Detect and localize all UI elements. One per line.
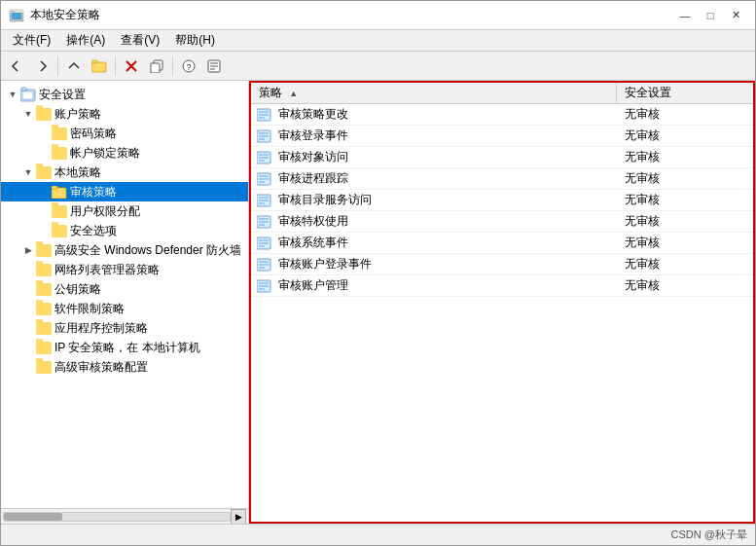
table-row[interactable]: 审核账户登录事件 无审核 xyxy=(251,254,753,275)
local-folder-icon xyxy=(36,164,52,180)
lockout-expander xyxy=(36,145,52,161)
tree-item-advanced-audit[interactable]: 高级审核策略配置 xyxy=(1,357,248,377)
forward-button[interactable] xyxy=(30,55,54,78)
row-icon-3 xyxy=(255,171,274,187)
up-button[interactable] xyxy=(62,55,86,78)
tree-item-security-options[interactable]: 安全选项 xyxy=(1,221,248,240)
firewall-expander[interactable]: ▶ xyxy=(20,242,36,258)
row-icon-5 xyxy=(255,214,274,230)
tree-item-local-policy[interactable]: ▼ 本地策略 xyxy=(1,163,248,182)
tree-item-account-policy[interactable]: ▼ 账户策略 xyxy=(1,104,248,124)
audit-folder-icon xyxy=(52,184,67,200)
row-value-0: 无审核 xyxy=(617,106,753,123)
network-expander xyxy=(20,262,36,277)
copy-button[interactable] xyxy=(145,55,168,78)
sort-arrow: ▲ xyxy=(289,89,298,98)
menu-help[interactable]: 帮助(H) xyxy=(167,30,223,51)
tree-item-user-rights[interactable]: 用户权限分配 xyxy=(1,201,248,221)
local-policy-label: 本地策略 xyxy=(54,164,101,181)
table-row[interactable]: 审核对象访问 无审核 xyxy=(251,147,753,168)
row-icon-4 xyxy=(255,193,274,208)
minimize-button[interactable]: — xyxy=(673,6,697,25)
local-expander[interactable]: ▼ xyxy=(20,164,36,180)
table-row[interactable]: 审核目录服务访问 无审核 xyxy=(251,190,753,211)
back-button[interactable] xyxy=(5,55,28,78)
table-row[interactable]: 审核系统事件 无审核 xyxy=(251,233,753,254)
table-row[interactable]: 审核进程跟踪 无审核 xyxy=(251,168,753,190)
audit-expander xyxy=(36,184,52,200)
delete-button[interactable] xyxy=(120,55,143,78)
row-name-3: 审核进程跟踪 xyxy=(274,170,617,187)
tree-item-network[interactable]: 网络列表管理器策略 xyxy=(1,260,248,279)
close-button[interactable]: ✕ xyxy=(724,6,747,25)
pubkey-label: 公钥策略 xyxy=(54,281,101,298)
table-row[interactable]: 审核账户管理 无审核 xyxy=(251,275,753,297)
row-name-7: 审核账户登录事件 xyxy=(274,256,617,273)
right-panel-inner: 策略 ▲ 安全设置 xyxy=(249,81,755,524)
column-header-policy[interactable]: 策略 ▲ xyxy=(251,83,617,103)
row-name-1: 审核登录事件 xyxy=(274,127,617,144)
firewall-folder-icon xyxy=(36,242,52,258)
root-expander[interactable]: ▼ xyxy=(5,87,20,102)
menu-action[interactable]: 操作(A) xyxy=(58,30,113,51)
ip-expander xyxy=(20,340,36,355)
row-value-1: 无审核 xyxy=(617,127,753,144)
scroll-right-btn[interactable]: ▶ xyxy=(231,509,246,525)
row-value-7: 无审核 xyxy=(617,256,753,273)
applocker-label: 应用程序控制策略 xyxy=(54,320,148,337)
horizontal-scrollbar[interactable]: ▶ xyxy=(1,508,248,524)
password-expander xyxy=(36,126,52,141)
account-expander[interactable]: ▼ xyxy=(20,106,36,122)
security-options-label: 安全选项 xyxy=(70,223,117,239)
menu-bar: 文件(F) 操作(A) 查看(V) 帮助(H) xyxy=(1,30,755,52)
tree-root-label: 安全设置 xyxy=(39,87,86,103)
folder-button[interactable] xyxy=(88,55,111,78)
tree-item-ip-security[interactable]: IP 安全策略，在 本地计算机 xyxy=(1,338,248,357)
scrollbar-thumb[interactable] xyxy=(4,513,62,521)
svg-point-4 xyxy=(13,10,15,12)
row-name-8: 审核账户管理 xyxy=(274,277,617,294)
tree-item-applocker[interactable]: 应用程序控制策略 xyxy=(1,318,248,338)
table-row[interactable]: 审核登录事件 无审核 xyxy=(251,126,753,147)
tree-item-software[interactable]: 软件限制策略 xyxy=(1,299,248,318)
table-row[interactable]: 审核特权使用 无审核 xyxy=(251,211,753,233)
tree-root[interactable]: ▼ 安全设置 xyxy=(1,85,248,104)
scrollbar-track[interactable] xyxy=(3,512,231,522)
table-row[interactable]: 审核策略更改 无审核 xyxy=(251,104,753,126)
row-value-8: 无审核 xyxy=(617,277,753,294)
audit-label: 审核策略 xyxy=(70,184,117,200)
status-text: CSDN @秋子晕 xyxy=(671,528,747,542)
pubkey-expander xyxy=(20,281,36,297)
toolbar: ? xyxy=(1,52,755,81)
toolbar-separator-2 xyxy=(115,56,116,76)
tree-item-password[interactable]: 密码策略 xyxy=(1,124,248,143)
tree-item-firewall[interactable]: ▶ 高级安全 Windows Defender 防火墙 xyxy=(1,240,248,260)
software-expander xyxy=(20,301,36,316)
row-icon-6 xyxy=(255,236,274,251)
properties-button[interactable] xyxy=(202,55,226,78)
row-name-5: 审核特权使用 xyxy=(274,213,617,230)
left-panel: ▼ 安全设置 ▼ 账户策略 xyxy=(1,81,249,524)
tree-item-pubkey[interactable]: 公钥策略 xyxy=(1,279,248,299)
status-bar: CSDN @秋子晕 xyxy=(1,524,755,545)
column-header-setting[interactable]: 安全设置 xyxy=(617,83,753,103)
svg-rect-18 xyxy=(22,91,33,99)
tree-container: ▼ 安全设置 ▼ 账户策略 xyxy=(1,81,248,508)
row-icon-8 xyxy=(255,278,274,294)
maximize-button[interactable]: □ xyxy=(699,6,722,25)
tree-item-lockout[interactable]: 帐户锁定策略 xyxy=(1,143,248,163)
svg-rect-1 xyxy=(12,13,21,19)
tree-item-audit[interactable]: 审核策略 xyxy=(1,182,248,201)
svg-rect-20 xyxy=(52,188,66,199)
account-folder-icon xyxy=(36,106,52,122)
row-name-2: 审核对象访问 xyxy=(274,149,617,165)
row-icon-7 xyxy=(255,257,274,273)
help-button[interactable]: ? xyxy=(177,55,200,78)
right-panel: 策略 ▲ 安全设置 xyxy=(249,81,755,524)
row-value-3: 无审核 xyxy=(617,170,753,187)
menu-view[interactable]: 查看(V) xyxy=(113,30,167,51)
lockout-folder-icon xyxy=(52,145,67,161)
menu-file[interactable]: 文件(F) xyxy=(5,30,58,51)
row-value-5: 无审核 xyxy=(617,213,753,230)
svg-rect-19 xyxy=(21,88,26,91)
